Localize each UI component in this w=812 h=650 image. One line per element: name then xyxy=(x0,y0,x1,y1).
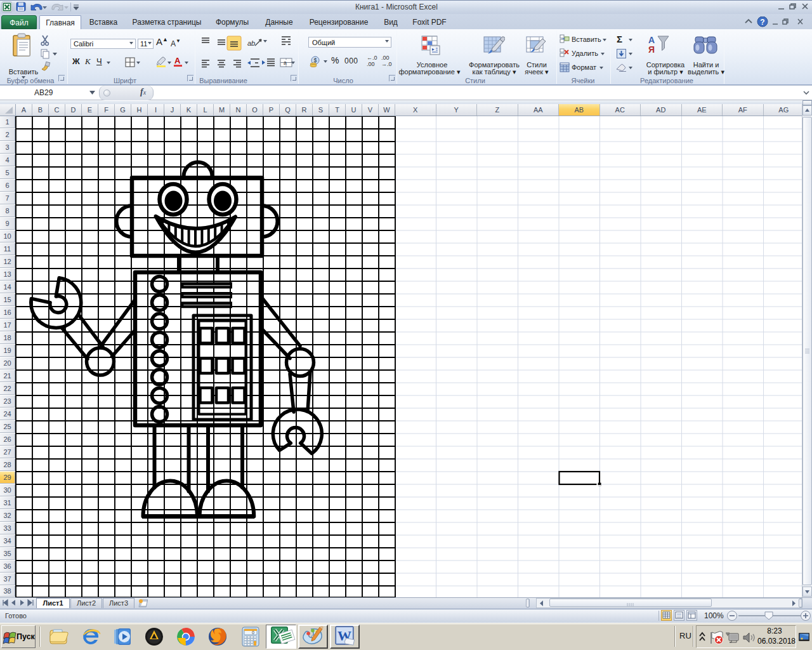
svg-text:a: a xyxy=(284,60,287,66)
svg-text:ab: ab xyxy=(247,39,255,47)
svg-text:Пуск: Пуск xyxy=(16,632,35,641)
svg-text:А: А xyxy=(648,35,655,45)
svg-text:Я: Я xyxy=(648,44,655,55)
svg-text:$: $ xyxy=(313,57,317,63)
svg-text:?: ? xyxy=(760,18,764,27)
svg-text:0: 0 xyxy=(252,630,254,635)
